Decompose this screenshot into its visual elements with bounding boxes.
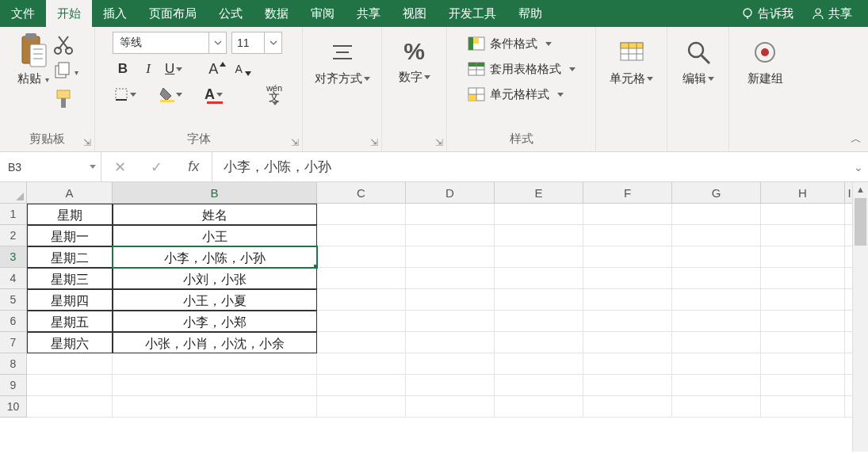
col-header[interactable]: G	[672, 182, 761, 204]
cell[interactable]	[406, 396, 495, 418]
cell[interactable]	[317, 353, 406, 375]
cell[interactable]	[406, 204, 495, 225]
cell[interactable]	[761, 204, 845, 225]
tab-share[interactable]: 共享	[346, 0, 392, 28]
tab-insert[interactable]: 插入	[92, 0, 138, 28]
tab-data[interactable]: 数据	[254, 0, 300, 28]
font-name-combo[interactable]: 等线	[113, 32, 227, 54]
cell[interactable]	[317, 268, 406, 289]
cell[interactable]: 小王，小夏	[113, 289, 317, 311]
expand-formula-bar-icon[interactable]: ⌄	[849, 161, 868, 174]
cell[interactable]	[27, 396, 113, 418]
cell[interactable]	[761, 225, 845, 246]
col-header[interactable]: H	[761, 182, 845, 204]
scroll-thumb[interactable]	[855, 198, 866, 246]
cell[interactable]: 星期	[27, 204, 113, 225]
bold-button[interactable]: B	[113, 59, 133, 79]
italic-button[interactable]: I	[138, 59, 159, 79]
cell[interactable]	[672, 311, 761, 332]
cell-styles-button[interactable]: 单元格样式	[468, 86, 575, 103]
cell[interactable]	[495, 353, 583, 375]
cell[interactable]	[317, 332, 406, 353]
cell[interactable]	[317, 246, 406, 268]
cell[interactable]	[113, 396, 317, 418]
cell[interactable]: 星期二	[27, 246, 113, 268]
cell[interactable]	[672, 353, 761, 375]
cell[interactable]	[672, 268, 761, 289]
cell[interactable]: 姓名	[113, 204, 317, 225]
row-header[interactable]: 10	[0, 396, 27, 418]
cell[interactable]	[583, 246, 672, 268]
cell[interactable]	[672, 396, 761, 418]
number-format-button[interactable]: % 数字	[399, 32, 430, 85]
cell[interactable]	[672, 289, 761, 311]
cell[interactable]	[317, 204, 406, 225]
decrease-font-button[interactable]: A	[228, 59, 249, 79]
cell-selected[interactable]: 小李，小陈，小孙	[113, 246, 317, 268]
paste-icon[interactable]	[16, 32, 51, 71]
insert-function-icon[interactable]: fx	[188, 158, 199, 175]
cell[interactable]	[27, 375, 113, 396]
cell[interactable]	[495, 204, 583, 225]
name-box[interactable]: B3	[0, 152, 101, 182]
row-header[interactable]: 1	[0, 204, 27, 225]
cell[interactable]	[317, 311, 406, 332]
format-as-table-button[interactable]: 套用表格格式	[468, 60, 575, 78]
formula-input[interactable]: 小李，小陈，小孙	[212, 158, 849, 176]
chevron-down-icon[interactable]	[264, 32, 281, 53]
col-header[interactable]: D	[406, 182, 495, 204]
cell[interactable]	[406, 225, 495, 246]
cell[interactable]	[495, 225, 583, 246]
cell[interactable]	[672, 204, 761, 225]
cell[interactable]	[406, 268, 495, 289]
cell[interactable]	[317, 289, 406, 311]
tab-formulas[interactable]: 公式	[208, 0, 254, 28]
cell[interactable]	[672, 332, 761, 353]
cell[interactable]	[761, 289, 845, 311]
cell[interactable]	[495, 375, 583, 396]
phonetic-guide-button[interactable]: wén 文	[264, 84, 285, 105]
spreadsheet-grid[interactable]: A B C D E F G H I 1 2 3 4 5 6 7 8 9 10 星…	[0, 182, 868, 452]
cell[interactable]	[406, 289, 495, 311]
cell[interactable]: 星期四	[27, 289, 113, 311]
tab-home[interactable]: 开始	[46, 0, 92, 28]
borders-button[interactable]	[113, 84, 138, 105]
cancel-edit-icon[interactable]: ✕	[114, 158, 126, 176]
record-macro-button[interactable]: 新建组	[748, 32, 783, 86]
tell-me-button[interactable]: 告诉我	[734, 6, 800, 21]
cell[interactable]	[583, 225, 672, 246]
row-header[interactable]: 4	[0, 268, 27, 289]
tab-review[interactable]: 审阅	[300, 0, 346, 28]
row-header[interactable]: 5	[0, 289, 27, 311]
cells-button[interactable]: 单元格	[610, 32, 653, 86]
cell[interactable]	[583, 289, 672, 311]
select-all-corner[interactable]	[0, 182, 27, 204]
row-header[interactable]: 3	[0, 246, 27, 268]
cell[interactable]	[672, 246, 761, 268]
cell[interactable]	[761, 396, 845, 418]
cell[interactable]	[583, 396, 672, 418]
share-button[interactable]: 共享	[805, 6, 858, 21]
cell[interactable]	[113, 353, 317, 375]
format-painter-icon[interactable]	[54, 89, 75, 109]
increase-font-button[interactable]: A	[203, 59, 224, 79]
tab-help[interactable]: 帮助	[507, 0, 553, 28]
cell[interactable]	[495, 332, 583, 353]
alignment-button[interactable]: 对齐方式	[315, 32, 370, 86]
cell[interactable]	[583, 204, 672, 225]
underline-button[interactable]: U	[163, 59, 184, 79]
conditional-formatting-button[interactable]: 条件格式	[468, 35, 575, 52]
cell[interactable]	[583, 268, 672, 289]
cell[interactable]	[761, 246, 845, 268]
row-header[interactable]: 2	[0, 225, 27, 246]
copy-icon[interactable]	[54, 62, 75, 82]
cell[interactable]	[583, 375, 672, 396]
cell[interactable]	[317, 375, 406, 396]
cell[interactable]	[583, 353, 672, 375]
row-header[interactable]: 7	[0, 332, 27, 353]
cell[interactable]	[406, 375, 495, 396]
font-size-combo[interactable]: 11	[231, 32, 282, 54]
editing-button[interactable]: 编辑	[683, 32, 714, 86]
cell[interactable]	[406, 311, 495, 332]
col-header[interactable]: B	[113, 182, 317, 204]
